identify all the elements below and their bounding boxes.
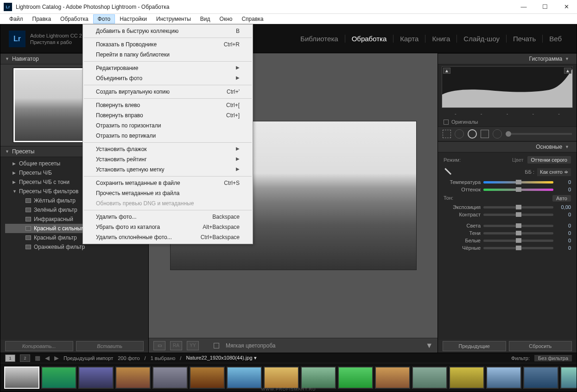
originals-row[interactable]: Оригиналы: [438, 117, 577, 126]
basic-header[interactable]: Основные ▼: [438, 141, 577, 152]
menu-правка[interactable]: Правка: [28, 14, 56, 24]
menu-item[interactable]: Убрать фото из каталогаAlt+Backspace: [83, 222, 253, 232]
previous-button[interactable]: Предыдущие: [443, 341, 506, 351]
menu-item[interactable]: Перейти в папку библиотеки: [83, 50, 253, 60]
filename[interactable]: Nature22_1920x1080(44).jpg ▾: [186, 355, 256, 361]
histogram[interactable]: ▲ ▲: [442, 66, 573, 108]
menu-настройки[interactable]: Настройки: [115, 14, 152, 24]
filmstrip-thumb[interactable]: [190, 367, 225, 389]
menu-item[interactable]: Удалить отклонённые фото...Ctrl+Backspac…: [83, 232, 253, 242]
menu-item[interactable]: Повернуть влевоCtrl+[: [83, 100, 253, 110]
slider-Оттенок[interactable]: Оттенок0: [444, 186, 571, 193]
filmstrip-thumb[interactable]: [412, 367, 447, 389]
loupe-view-button[interactable]: ▭: [153, 341, 165, 350]
filmstrip-thumb[interactable]: [227, 367, 262, 389]
filmstrip-thumb[interactable]: [264, 367, 299, 389]
menu-item[interactable]: Создать виртуальную копиюCtrl+': [83, 87, 253, 97]
menu-справка[interactable]: Справка: [237, 14, 268, 24]
chevron-down-icon: ▼: [5, 57, 9, 61]
menu-item[interactable]: Показать в ПроводникеCtrl+R: [83, 39, 253, 50]
source-label[interactable]: Предыдущий импорт: [63, 355, 113, 361]
menu-item[interactable]: Добавить в быструю коллекциюB: [83, 26, 253, 36]
slider-Тени[interactable]: Тени0: [444, 229, 571, 237]
module-0[interactable]: Библиотека: [294, 35, 345, 43]
menu-item[interactable]: Редактирование▶: [83, 63, 253, 73]
originals-checkbox[interactable]: [444, 120, 449, 125]
maximize-button[interactable]: ☐: [534, 0, 556, 14]
radial-filter-tool[interactable]: [493, 129, 502, 139]
primary-display-button[interactable]: 1: [5, 354, 15, 362]
filmstrip-thumb[interactable]: [375, 367, 410, 389]
slider-Белые[interactable]: Белые0: [444, 237, 571, 244]
redeye-tool[interactable]: [468, 129, 477, 139]
clip-highlights-icon[interactable]: ▲: [564, 68, 571, 74]
menu-item[interactable]: Установить рейтинг▶: [83, 154, 253, 164]
treatment-gray[interactable]: Оттенки серого: [527, 156, 571, 164]
close-button[interactable]: ✕: [556, 0, 577, 14]
menu-файл[interactable]: Файл: [5, 14, 28, 24]
menu-item[interactable]: Отразить по горизонтали: [83, 120, 253, 131]
secondary-display-button[interactable]: 2: [20, 354, 30, 362]
filmstrip-thumb[interactable]: [41, 367, 76, 389]
filmstrip-thumb[interactable]: [486, 367, 521, 389]
before-after-yy-button[interactable]: YY: [187, 341, 199, 350]
module-2[interactable]: Карта: [393, 35, 425, 43]
menu-item[interactable]: Прочесть метаданные из файла: [83, 188, 253, 198]
module-5[interactable]: Печать: [507, 35, 543, 43]
soft-proof-checkbox[interactable]: [214, 343, 219, 348]
slider-Чёрные[interactable]: Чёрные0: [444, 244, 571, 252]
forward-icon[interactable]: ▶: [54, 354, 59, 361]
crop-tool[interactable]: [443, 130, 451, 138]
menu-item[interactable]: Сохранить метаданные в файлеCtrl+S: [83, 178, 253, 188]
menu-вид[interactable]: Вид: [196, 14, 215, 24]
tone-auto-button[interactable]: Авто: [552, 195, 571, 202]
module-4[interactable]: Слайд-шоу: [457, 35, 507, 43]
back-icon[interactable]: ◀: [45, 354, 50, 361]
filmstrip-thumb[interactable]: [152, 367, 188, 389]
menu-обработка[interactable]: Обработка: [56, 14, 93, 24]
module-1[interactable]: Обработка: [345, 35, 394, 43]
slider-Температура[interactable]: Температура0: [444, 178, 571, 186]
basic-panel: Режим: Цвет Оттенки серого ББ : Как снят…: [438, 152, 577, 253]
menu-окно[interactable]: Окно: [215, 14, 237, 24]
module-6[interactable]: Веб: [543, 35, 568, 43]
menu-item[interactable]: Установить флажок▶: [83, 144, 253, 154]
module-3[interactable]: Книга: [425, 35, 457, 43]
filmstrip-thumb[interactable]: [115, 367, 151, 389]
filmstrip-thumb[interactable]: [4, 367, 39, 389]
menu-item[interactable]: Установить цветную метку▶: [83, 164, 253, 175]
menu-фото[interactable]: Фото: [93, 14, 115, 24]
slider-Контраст[interactable]: Контраст0: [444, 211, 571, 218]
menu-item[interactable]: Повернуть вправоCtrl+]: [83, 110, 253, 120]
slider-Экспозиция[interactable]: Экспозиция0,00: [444, 203, 571, 211]
histogram-header[interactable]: Гистограмма ▼: [438, 53, 577, 64]
clip-shadows-icon[interactable]: ▲: [443, 68, 450, 74]
grid-icon[interactable]: ▦: [35, 354, 40, 361]
filmstrip-thumb[interactable]: [560, 367, 577, 389]
menu-item[interactable]: Удалить фото...Backspace: [83, 212, 253, 222]
wb-dropdown[interactable]: Как снято ≑: [537, 168, 571, 176]
brand: Lr Adobe Lightroom CC 2 Приступая к рабо: [9, 31, 82, 47]
eyedropper-icon[interactable]: [442, 165, 455, 178]
menu-item[interactable]: Объединить фото▶: [83, 73, 253, 83]
tool-slider[interactable]: [506, 133, 572, 135]
before-after-ra-button[interactable]: RA: [170, 341, 182, 350]
copy-button[interactable]: Копировать...: [5, 341, 73, 351]
treatment-color[interactable]: Цвет: [508, 156, 527, 164]
filmstrip-thumb[interactable]: [338, 367, 373, 389]
reset-button[interactable]: Сбросить: [509, 341, 572, 351]
slider-Света[interactable]: Света0: [444, 222, 571, 229]
filter-dropdown[interactable]: Без фильтра: [534, 355, 572, 361]
separator: /: [145, 355, 146, 361]
grad-filter-tool[interactable]: [481, 130, 489, 138]
paste-button[interactable]: Вставить: [76, 341, 144, 351]
menu-item[interactable]: Отразить по вертикали: [83, 131, 253, 141]
spot-tool[interactable]: [455, 129, 464, 139]
filmstrip-thumb[interactable]: [78, 367, 114, 389]
menu-инструменты[interactable]: Инструменты: [152, 14, 196, 24]
minimize-button[interactable]: —: [513, 0, 534, 14]
toolbar-menu-button[interactable]: ▼: [425, 341, 433, 350]
filmstrip-thumb[interactable]: [301, 367, 336, 389]
filmstrip-thumb[interactable]: [523, 367, 558, 389]
filmstrip-thumb[interactable]: [449, 367, 484, 389]
